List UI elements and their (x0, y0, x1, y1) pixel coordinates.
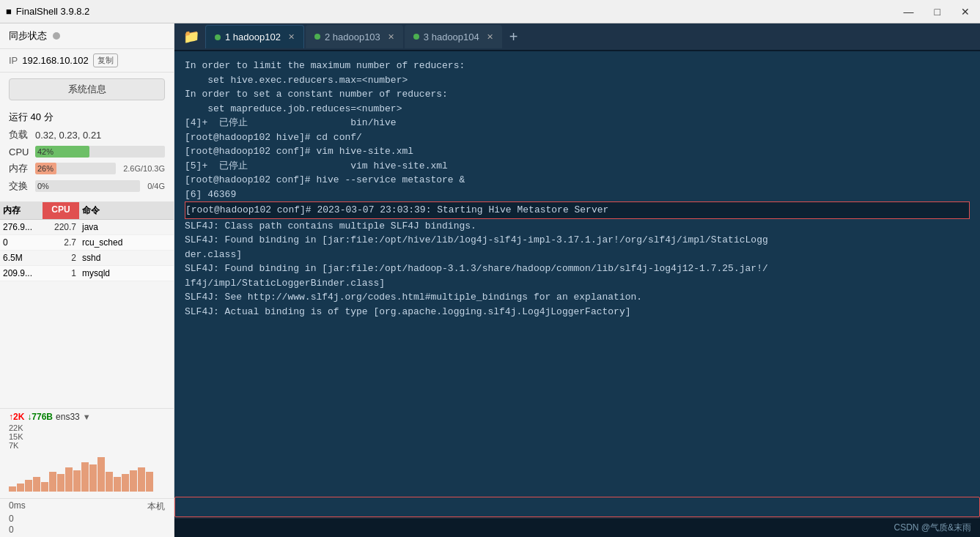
latency-row-1: 0 (9, 514, 165, 524)
copy-ip-button[interactable]: 复制 (93, 53, 118, 67)
ip-label: IP (9, 55, 18, 66)
sysinfo-button[interactable]: 系统信息 (9, 78, 165, 100)
terminal-line: [root@hadoop102 hive]# cd conf/ (185, 130, 970, 145)
swap-label: 交换 (9, 179, 31, 193)
latency-row-2: 0 (9, 525, 165, 535)
tab-1-close[interactable]: ✕ (288, 32, 295, 42)
terminal-line: lf4j/impl/StaticLoggerBinder.class] (185, 276, 970, 291)
terminal-line: der.class] (185, 248, 970, 262)
close-button[interactable]: ✕ (957, 4, 974, 19)
terminal-line: set mapreduce.job.reduces=<number> (185, 102, 970, 116)
svg-rect-3 (33, 477, 40, 492)
load-label: 负载 (9, 128, 31, 141)
folder-icon[interactable]: 📁 (177, 29, 205, 45)
minimize-button[interactable]: — (899, 4, 918, 19)
chart-label-15k: 15K (9, 432, 23, 441)
terminal-output[interactable]: In order to limit the maximum number of … (174, 51, 980, 497)
tab-1-label: 1 hadoop102 (225, 32, 281, 42)
chart-label-22k: 22K (9, 423, 23, 432)
tab-hadoop103[interactable]: 2 hadoop103 ✕ (306, 25, 403, 48)
tab-2-close[interactable]: ✕ (388, 32, 394, 42)
cpu-bar-wrapper: 42% (35, 146, 165, 158)
right-panel: 📁 1 hadoop102 ✕ 2 hadoop103 ✕ 3 hadoop10… (174, 23, 980, 537)
terminal-line: In order to set a constant number of red… (185, 87, 970, 102)
net-stats-row: ↑2K ↓776B ens33 ▼ (9, 412, 165, 422)
svg-rect-7 (65, 467, 73, 492)
process-row: 276.9... 220.7 java (0, 220, 174, 235)
titlebar: ■ FinalShell 3.9.8.2 — □ ✕ (0, 0, 980, 23)
swap-bar-wrapper: 0% (35, 180, 140, 192)
runtime-row: 运行 40 分 (9, 111, 165, 124)
terminal-line: SLF4J: Actual binding is of type [org.ap… (185, 305, 970, 319)
cpu-bar-container (35, 146, 165, 158)
net-interface-label: ens33 (56, 412, 80, 422)
net-upload: ↑2K (9, 412, 24, 422)
titlebar-left: ■ FinalShell 3.9.8.2 (6, 6, 89, 17)
cpu-row: CPU 42% (9, 146, 165, 158)
maximize-button[interactable]: □ (930, 4, 945, 19)
sync-dot (53, 32, 60, 40)
svg-rect-14 (122, 474, 129, 492)
tab-hadoop102[interactable]: 1 hadoop102 ✕ (205, 25, 304, 48)
latency-row2-label: 0 (9, 525, 14, 535)
cpu-label: CPU (9, 147, 31, 158)
proc-cmd-1: rcu_sched (79, 235, 174, 250)
tab-2-label: 2 hadoop103 (325, 32, 380, 42)
chart-svg (9, 451, 165, 492)
cpu-percent-label: 42% (37, 146, 54, 158)
local-label: 本机 (147, 500, 165, 513)
svg-rect-1 (17, 484, 24, 492)
main-layout: 同步状态 IP 192.168.10.102 复制 系统信息 运行 40 分 负… (0, 23, 980, 537)
proc-mem-0: 276.9... (0, 220, 43, 234)
mini-network-chart (9, 451, 165, 495)
proc-cpu-3: 1 (43, 266, 79, 281)
swap-row: 交换 0% 0/4G (9, 179, 165, 193)
swap-percent-label: 0% (37, 180, 49, 192)
tab-3-close[interactable]: ✕ (487, 32, 493, 42)
proc-cmd-2: sshd (79, 251, 174, 265)
chart-labels: 22K 15K 7K (9, 423, 165, 450)
terminal-input-bar[interactable] (174, 497, 980, 517)
chart-label-7k: 7K (9, 441, 18, 450)
svg-rect-4 (41, 482, 48, 492)
proc-mem-2: 6.5M (0, 251, 43, 265)
tab-bar: 📁 1 hadoop102 ✕ 2 hadoop103 ✕ 3 hadoop10… (174, 23, 980, 51)
tab-2-dot (314, 34, 320, 40)
sync-status-row: 同步状态 (0, 23, 174, 49)
terminal-line: SLF4J: Class path contains multiple SLF4… (185, 219, 970, 234)
col-header-cpu: CPU (43, 202, 79, 219)
process-section: 内存 CPU 命令 276.9... 220.7 java 0 2.7 rcu_… (0, 202, 174, 408)
svg-rect-12 (106, 472, 113, 492)
latency-value: 0ms (9, 500, 26, 513)
process-table-body: 276.9... 220.7 java 0 2.7 rcu_sched 6.5M… (0, 220, 174, 281)
watermark-text: CSDN @气质&末雨 (894, 522, 971, 533)
col-header-cmd: 命令 (79, 202, 174, 219)
tab-1-dot (215, 34, 221, 40)
terminal-line: In order to limit the maximum number of … (185, 59, 970, 73)
svg-rect-9 (81, 462, 89, 492)
mem-row: 内存 26% 2.6G/10.3G (9, 162, 165, 175)
tab-3-label: 3 hadoop104 (424, 32, 479, 42)
process-table-header: 内存 CPU 命令 (0, 202, 174, 220)
svg-rect-2 (25, 480, 32, 492)
ip-row: IP 192.168.10.102 复制 (0, 49, 174, 73)
proc-mem-3: 209.9... (0, 266, 43, 281)
terminal-lines: In order to limit the maximum number of … (185, 59, 970, 319)
app-icon: ■ (6, 6, 12, 17)
terminal-line: set hive.exec.reducers.max=<number> (185, 73, 970, 88)
load-row: 负载 0.32, 0.23, 0.21 (9, 128, 165, 141)
add-tab-button[interactable]: + (504, 29, 524, 45)
swap-bar-container (35, 180, 140, 192)
net-dropdown-arrow[interactable]: ▼ (83, 412, 91, 421)
network-section: ↑2K ↓776B ens33 ▼ 22K 15K 7K (0, 408, 174, 498)
process-row: 6.5M 2 sshd (0, 251, 174, 266)
runtime-value: 运行 40 分 (9, 111, 54, 124)
process-row: 209.9... 1 mysqld (0, 266, 174, 281)
latency-row1-label: 0 (9, 514, 14, 524)
terminal-line: [5]+ 已停止 vim hive-site.xml (185, 159, 970, 174)
swap-detail: 0/4G (147, 182, 165, 190)
terminal-line: [root@hadoop102 conf]# hive --service me… (185, 173, 970, 188)
tab-hadoop104[interactable]: 3 hadoop104 ✕ (405, 25, 502, 48)
terminal-line: SLF4J: See http://www.slf4j.org/codes.ht… (185, 290, 970, 305)
svg-rect-0 (9, 486, 16, 492)
